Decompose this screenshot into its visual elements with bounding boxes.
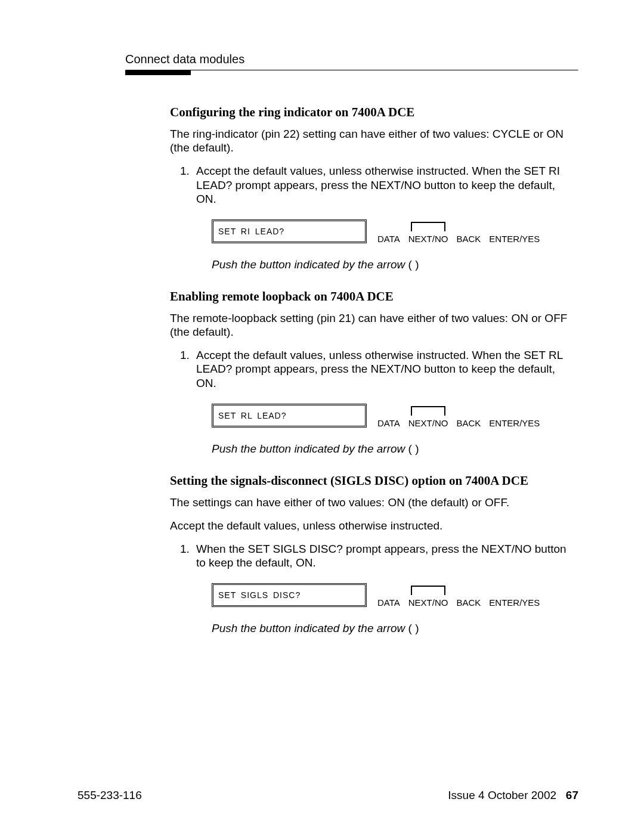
page-header: Connect data modules [125,52,578,75]
button-nextno: NEXT/NO [408,583,448,608]
step-item: When the SET SIGLS DISC? prompt appears,… [193,542,578,569]
step-item: Accept the default values, unless otherw… [193,164,578,206]
button-data: DATA [377,219,400,244]
section-intro: The settings can have either of two valu… [170,496,578,509]
lcd-display: SET SIGLS DISC? [212,583,367,607]
step-list: When the SET SIGLS DISC? prompt appears,… [170,542,578,569]
header-thick-rule [125,70,191,75]
content: Configuring the ring indicator on 7400A … [170,105,578,635]
issue-info: Issue 4 October 2002 67 [448,789,578,802]
figure-caption: Push the button indicated by the arrow (… [212,442,578,456]
button-row: DATA NEXT/NO BACK ENTER/YES [377,403,540,428]
section-title: Configuring the ring indicator on 7400A … [170,105,578,120]
button-data: DATA [377,403,400,428]
device-figure: SET SIGLS DISC? DATA NEXT/NO BACK ENTER/… [212,583,578,608]
device-figure: SET RL LEAD? DATA NEXT/NO BACK ENTER/YES [212,403,578,428]
bracket-icon [411,222,445,231]
button-enteryes: ENTER/YES [489,403,540,428]
bracket-icon [411,406,445,416]
figure-caption: Push the button indicated by the arrow (… [212,622,578,635]
button-row: DATA NEXT/NO BACK ENTER/YES [377,219,540,244]
button-nextno: NEXT/NO [408,219,448,244]
step-list: Accept the default values, unless otherw… [170,348,578,390]
header-rule [125,70,578,71]
button-data: DATA [377,583,400,608]
section-pre-step: Accept the default values, unless otherw… [170,519,578,532]
section-intro: The ring-indicator (pin 22) setting can … [170,127,578,154]
button-back: BACK [456,403,481,428]
lcd-text: SET RL LEAD? [218,411,287,420]
lcd-text: SET RI LEAD? [218,227,284,236]
section-title: Enabling remote loopback on 7400A DCE [170,289,578,304]
figure-caption: Push the button indicated by the arrow (… [212,258,578,271]
bracket-icon [411,586,445,595]
button-back: BACK [456,219,481,244]
step-list: Accept the default values, unless otherw… [170,164,578,206]
lcd-display: SET RI LEAD? [212,219,367,243]
button-nextno: NEXT/NO [408,403,448,428]
step-item: Accept the default values, unless otherw… [193,348,578,390]
section-intro: The remote-loopback setting (pin 21) can… [170,311,578,339]
button-enteryes: ENTER/YES [489,583,540,608]
lcd-text: SET SIGLS DISC? [218,590,301,600]
page-number: 67 [566,789,578,801]
running-head: Connect data modules [125,52,578,66]
page: Connect data modules Configuring the rin… [0,0,644,833]
lcd-display: SET RL LEAD? [212,404,367,428]
button-enteryes: ENTER/YES [489,219,540,244]
button-row: DATA NEXT/NO BACK ENTER/YES [377,583,540,608]
page-footer: 555-233-116 Issue 4 October 2002 67 [78,789,578,802]
doc-number: 555-233-116 [78,789,142,802]
section-title: Setting the signals-disconnect (SIGLS DI… [170,473,578,488]
device-figure: SET RI LEAD? DATA NEXT/NO BACK ENTER/YES [212,219,578,244]
button-back: BACK [456,583,481,608]
